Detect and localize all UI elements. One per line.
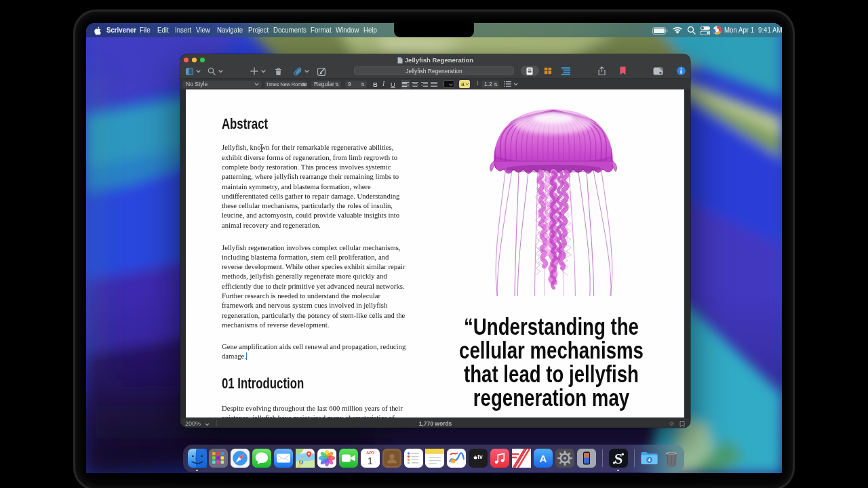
svg-text:A: A <box>539 453 547 464</box>
svg-text:1: 1 <box>368 455 373 466</box>
svg-text:tv: tv <box>477 453 483 460</box>
svg-text:APR: APR <box>366 451 374 455</box>
svg-text:S: S <box>614 450 622 467</box>
